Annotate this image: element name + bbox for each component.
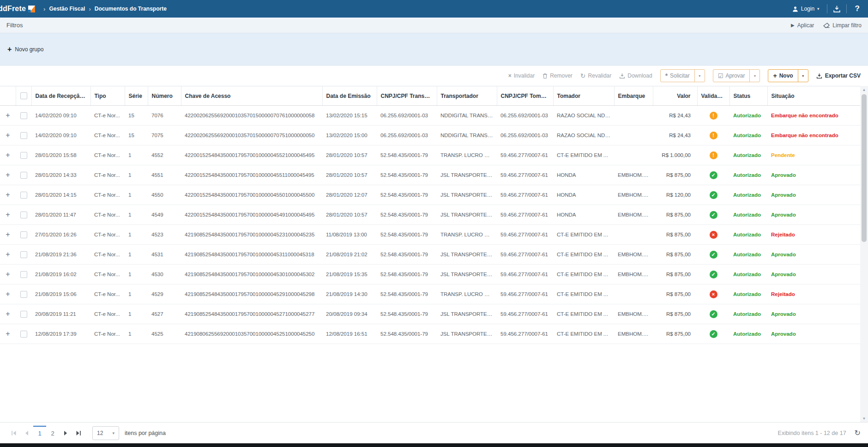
expand-row-button[interactable]: + [6, 250, 10, 258]
column-header-chave-de-acesso[interactable]: Chave de Acesso [181, 86, 322, 106]
row-checkbox[interactable] [20, 311, 27, 318]
download-icon[interactable] [833, 5, 841, 13]
column-header-data-de-emiss-o[interactable]: Data de Emissão [322, 86, 377, 106]
validation-error-icon: × [710, 290, 717, 298]
help-icon[interactable]: ? [852, 4, 862, 13]
export-csv-button[interactable]: Exportar CSV [816, 72, 861, 79]
request-dropdown-button[interactable]: ▾ [694, 70, 705, 82]
row-checkbox[interactable] [20, 231, 27, 238]
vertical-scrollbar[interactable]: ▲ ▼ [860, 86, 868, 422]
column-header-cnpj-cpf-tomador[interactable]: CNPJ/CPF Tomador [497, 86, 553, 106]
revalidate-button[interactable]: ↻ Revalidar [580, 72, 611, 79]
expand-row-button[interactable]: + [6, 191, 10, 199]
apply-filter-button[interactable]: ▶ Aplicar [791, 22, 814, 29]
cell-cnpj-tomador: 59.456.277/0007-61 [497, 265, 553, 284]
column-header-status[interactable]: Status [729, 86, 767, 106]
row-checkbox[interactable] [20, 331, 27, 338]
cell-transportador: JSL TRANSPORTES D... [437, 265, 497, 284]
column-header-tipo[interactable]: Tipo [90, 86, 125, 106]
expand-row-button[interactable]: + [6, 211, 10, 218]
previous-page-button[interactable] [20, 427, 33, 440]
cell-embarque: EMBHOM.9... [614, 324, 653, 344]
row-checkbox[interactable] [20, 132, 27, 139]
new-document-button[interactable]: + Novo [768, 70, 797, 82]
page-button-1[interactable]: 1 [33, 426, 46, 441]
cell-embarque [614, 106, 653, 126]
breadcrumb-documentos-do-transporte[interactable]: Documentos do Transporte [95, 6, 167, 12]
scrollbar-thumb[interactable] [862, 94, 867, 242]
next-page-button[interactable] [59, 427, 72, 440]
request-button[interactable]: * Solicitar [661, 70, 694, 82]
cell-cnpj-tomador: 59.456.277/0007-61 [497, 165, 553, 185]
scroll-down-icon[interactable]: ▼ [860, 415, 868, 422]
cell-cnpj-tomador: 06.255.692/0001-03 [497, 126, 553, 145]
x-icon: × [508, 72, 512, 79]
expand-row-button[interactable]: + [6, 230, 10, 238]
remove-button[interactable]: Remover [542, 72, 573, 79]
cell-cnpj-tomador: 59.456.277/0007-61 [497, 225, 553, 245]
column-header-valor[interactable]: Valor [653, 86, 697, 106]
page-size-select[interactable]: 12 ▾ [92, 426, 119, 440]
column-header-transportador[interactable]: Transportador [437, 86, 497, 106]
column-header-tomador[interactable]: Tomador [553, 86, 614, 106]
page-button-2[interactable]: 2 [46, 426, 59, 441]
expand-row-button[interactable]: + [6, 171, 10, 179]
select-all-checkbox[interactable] [20, 92, 27, 99]
column-header-valida-o[interactable]: Validação [697, 86, 729, 106]
row-checkbox[interactable] [20, 271, 27, 278]
download-documents-button[interactable]: Download [619, 72, 652, 79]
row-checkbox[interactable] [20, 112, 27, 119]
cell-valor: R$ 875,00 [653, 304, 697, 324]
column-header-embarque[interactable]: Embarque [614, 86, 653, 106]
approve-button[interactable]: ☑ Aprovar [713, 70, 750, 82]
expand-row-button[interactable]: + [6, 151, 10, 159]
expand-row-button[interactable]: + [6, 131, 10, 139]
row-checkbox[interactable] [20, 192, 27, 199]
new-group-button[interactable]: + Novo grupo [7, 46, 43, 53]
clear-filter-button[interactable]: Limpar filtro [823, 22, 862, 29]
cell-embarque [614, 126, 653, 145]
refresh-icon: ↻ [580, 72, 586, 79]
expand-row-button[interactable]: + [6, 330, 10, 338]
cell-validacao: ✓ [697, 205, 729, 225]
last-page-button[interactable] [72, 427, 85, 440]
cell-status: Autorizado [729, 225, 767, 245]
new-group-label: Novo grupo [15, 46, 43, 53]
column-header-n-mero[interactable]: Número [148, 86, 181, 106]
row-checkbox[interactable] [20, 211, 27, 218]
new-dropdown-button[interactable]: ▾ [798, 70, 808, 82]
scroll-up-icon[interactable]: ▲ [860, 86, 868, 93]
filters-panel: Filtros ▶ Aplicar Limpar filtro [0, 18, 868, 66]
cell-transportador: JSL TRANSPORTES D... [437, 324, 497, 344]
showing-items-label: Exibindo itens 1 - 12 de 17 [778, 430, 846, 436]
first-page-button[interactable] [7, 427, 20, 440]
app-logo[interactable]: ddFrete [0, 5, 35, 13]
login-menu-button[interactable]: Login ▾ [790, 6, 821, 12]
column-header-situa-o[interactable]: Situação [767, 86, 860, 106]
column-header-data-de-recep-o[interactable]: Data de Recepção↓ [31, 86, 90, 106]
play-icon: ▶ [791, 23, 795, 28]
cell-transportador: JSL TRANSPORTES D... [437, 245, 497, 265]
expand-row-button[interactable]: + [6, 111, 10, 119]
column-header-cnpj-cpf-transpo[interactable]: CNPJ/CPF Transpo... [377, 86, 437, 106]
cell-tipo: CT-e Nor... [90, 245, 125, 265]
refresh-icon[interactable]: ↻ [855, 429, 861, 437]
validation-success-icon: ✓ [710, 310, 717, 318]
expand-row-button[interactable]: + [6, 310, 10, 318]
column-header-s-rie[interactable]: Série [125, 86, 148, 106]
expand-row-button[interactable]: + [6, 290, 10, 298]
cell-transportador: TRANSP. LUCRO PRE... [437, 284, 497, 304]
cell-valor: R$ 1.000,00 [653, 145, 697, 165]
row-checkbox[interactable] [20, 152, 27, 159]
cell-status: Autorizado [729, 265, 767, 284]
row-checkbox[interactable] [20, 251, 27, 258]
expand-row-button[interactable]: + [6, 270, 10, 278]
pagination-controls: 1 2 12 ▾ itens por página [7, 426, 166, 441]
row-checkbox[interactable] [20, 172, 27, 179]
breadcrumb-gestao-fiscal[interactable]: Gestão Fiscal [49, 6, 85, 12]
cell-data-recepcao: 21/08/2019 21:36 [31, 245, 90, 265]
approve-dropdown-button[interactable]: ▾ [749, 70, 760, 82]
approve-label: Aprovar [725, 72, 745, 79]
row-checkbox[interactable] [20, 291, 27, 298]
invalidate-button[interactable]: × Invalidar [508, 72, 535, 79]
